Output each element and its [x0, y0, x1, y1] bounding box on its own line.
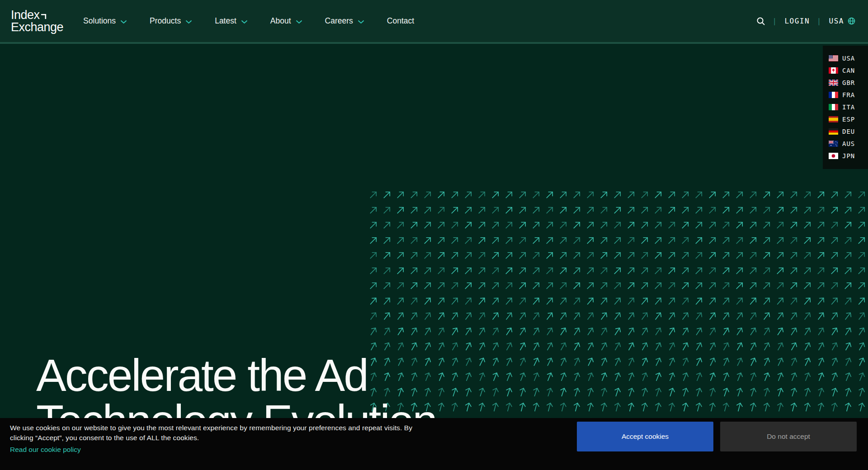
flag-usa-icon [829, 55, 838, 61]
nav-item-solutions[interactable]: Solutions [83, 16, 127, 26]
cookie-banner: We use cookies on our website to give yo… [0, 418, 868, 470]
region-option-esp[interactable]: ESP [823, 113, 868, 125]
chevron-down-icon [120, 20, 127, 24]
login-link[interactable]: LOGIN [784, 17, 810, 25]
region-code: AUS [842, 140, 855, 147]
logo-text-line1: Index [11, 9, 40, 21]
region-option-deu[interactable]: DEU [823, 125, 868, 137]
region-selector[interactable]: USA [829, 17, 855, 25]
nav-item-about[interactable]: About [270, 16, 302, 26]
cookie-message: We use cookies on our website to give yo… [10, 423, 415, 442]
flag-esp-icon [829, 116, 838, 122]
chevron-down-icon [185, 20, 192, 24]
nav-item-contact[interactable]: Contact [387, 16, 414, 26]
main-nav: Solutions Products Latest About Careers … [83, 16, 414, 26]
separator: | [773, 17, 778, 25]
cookie-policy-link[interactable]: Read our cookie policy [10, 446, 81, 454]
nav-label: Solutions [83, 16, 116, 26]
region-code: USA [842, 55, 855, 62]
globe-icon [848, 17, 855, 25]
site-header: Index Exchange Solutions Products Latest… [0, 0, 868, 44]
region-code: ITA [842, 103, 855, 111]
region-code: ESP [842, 116, 855, 123]
separator: | [817, 17, 822, 25]
region-code: DEU [842, 128, 855, 135]
nav-label: Products [150, 16, 181, 26]
logo[interactable]: Index Exchange [11, 9, 63, 33]
region-option-fra[interactable]: FRA [823, 89, 868, 101]
region-label: USA [829, 17, 844, 25]
region-option-jpn[interactable]: JPN [823, 150, 868, 162]
nav-label: About [270, 16, 291, 26]
accept-cookies-button[interactable]: Accept cookies [577, 422, 713, 451]
hero-section: Accelerate the Ad Technology Evolution [0, 46, 868, 470]
flag-can-icon [829, 67, 838, 74]
nav-item-careers[interactable]: Careers [325, 16, 364, 26]
search-icon[interactable] [756, 17, 765, 26]
flag-fra-icon [829, 92, 838, 98]
corner-arrow-icon [41, 9, 47, 21]
header-actions: | LOGIN | USA [756, 17, 855, 26]
region-option-gbr[interactable]: GBR [823, 76, 868, 89]
region-code: JPN [842, 152, 855, 160]
flag-deu-icon [829, 128, 838, 135]
nav-label: Latest [215, 16, 236, 26]
arrow-up-right-pattern [368, 189, 868, 439]
decline-cookies-button[interactable]: Do not accept [720, 422, 857, 451]
region-code: CAN [842, 67, 855, 74]
flag-aus-icon [829, 141, 838, 147]
region-option-aus[interactable]: AUS [823, 137, 868, 150]
flag-gbr-icon [829, 80, 838, 86]
region-option-can[interactable]: CAN [823, 64, 868, 76]
region-menu: USA CAN GBR FRA ITA ESP DEU AUS JPN [823, 46, 868, 169]
logo-text-line2: Exchange [11, 21, 63, 33]
nav-item-products[interactable]: Products [150, 16, 192, 26]
region-code: GBR [842, 79, 855, 86]
region-option-ita[interactable]: ITA [823, 101, 868, 113]
hero-heading-line1: Accelerate the Ad [36, 352, 436, 398]
flag-jpn-icon [829, 153, 838, 159]
region-option-usa[interactable]: USA [823, 52, 868, 64]
nav-item-latest[interactable]: Latest [215, 16, 248, 26]
chevron-down-icon [241, 20, 248, 24]
nav-label: Contact [387, 16, 414, 26]
chevron-down-icon [296, 20, 302, 24]
region-code: FRA [842, 91, 855, 99]
flag-ita-icon [829, 104, 838, 110]
nav-label: Careers [325, 16, 353, 26]
chevron-down-icon [358, 20, 364, 24]
